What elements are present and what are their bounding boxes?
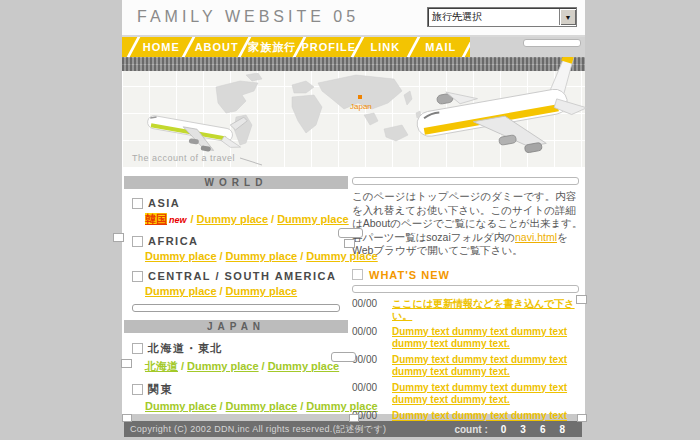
group-label-row: 関東	[132, 382, 348, 397]
link-dummy-place[interactable]: Dummy place	[187, 360, 259, 372]
japan-group-hokkaido-tohoku: 北海道・東北 北海道/Dummy place/Dummy place	[132, 341, 348, 374]
news-date: 00/00	[352, 298, 392, 323]
edge-notch	[576, 295, 587, 304]
group-links: Dummy place/Dummy place/Dummy place	[145, 250, 348, 262]
decorative-input-bar	[132, 304, 340, 312]
square-bullet-icon	[132, 384, 143, 395]
group-label: 北海道・東北	[148, 341, 223, 356]
news-date: 00/00	[352, 326, 392, 351]
group-label: 関東	[148, 382, 173, 397]
world-section-header: WORLD	[124, 176, 348, 189]
square-bullet-icon	[352, 269, 363, 280]
japan-map-label: Japan	[350, 102, 372, 111]
link-separator: /	[217, 250, 226, 262]
group-label: AFRICA	[148, 235, 199, 247]
japan-group-kanto: 関東 Dummy place/Dummy place/Dummy place	[132, 382, 348, 412]
link-separator: /	[268, 213, 277, 225]
nav-right-spacer	[470, 37, 585, 57]
nav-item-link[interactable]: LINK	[359, 41, 411, 53]
link-separator: /	[297, 400, 306, 412]
world-group-africa: AFRICA Dummy place/Dummy place/Dummy pla…	[132, 235, 348, 262]
link-dummy-place[interactable]: Dummy place	[268, 360, 340, 372]
dropdown-arrow-icon[interactable]: ▼	[559, 9, 576, 25]
edge-notch	[349, 414, 359, 422]
world-group-central-south-america: CENTRAL / SOUTH AMERICA Dummy place/Dumm…	[132, 270, 348, 297]
news-item: 00/00 Dummy text dummy text dummy text d…	[352, 326, 583, 351]
link-separator: /	[178, 360, 187, 372]
large-airplane-icon	[411, 57, 589, 169]
link-korea[interactable]: 韓国	[145, 213, 167, 225]
main-content: WORLD ASIA 韓国new/Dummy place/Dummy place…	[122, 168, 585, 414]
edge-notch	[338, 228, 363, 238]
link-separator: /	[217, 400, 226, 412]
world-group-asia: ASIA 韓国new/Dummy place/Dummy place	[132, 197, 348, 227]
link-dummy-place[interactable]: Dummy place	[277, 213, 349, 225]
news-list: 00/00 ここには更新情報などを書き込んで下さい。 00/00 Dummy t…	[352, 298, 583, 435]
link-dummy-place[interactable]: Dummy place	[145, 285, 217, 297]
link-dummy-place[interactable]: Dummy place	[226, 250, 298, 262]
link-dummy-place[interactable]: Dummy place	[226, 285, 298, 297]
link-dummy-place[interactable]: Dummy place	[145, 250, 217, 262]
news-link[interactable]: Dummy text dummy text dummy text dummy t…	[392, 382, 583, 407]
whats-new-header: WHAT'S NEW	[352, 269, 583, 281]
edge-notch	[121, 359, 132, 368]
link-separator: /	[297, 250, 306, 262]
banner: Japan	[122, 71, 585, 168]
intro-paragraph: このページはトップページのダミーです。内容を入れ替えてお使い下さい。このサイトの…	[352, 190, 583, 258]
destinations-column: WORLD ASIA 韓国new/Dummy place/Dummy place…	[124, 168, 348, 440]
link-dummy-place[interactable]: Dummy place	[226, 400, 298, 412]
link-separator: /	[188, 213, 197, 225]
whats-new-title: WHAT'S NEW	[369, 269, 450, 281]
new-badge: new	[169, 215, 187, 225]
square-bullet-icon	[132, 343, 143, 354]
counter-digit: 8	[559, 424, 565, 435]
news-item: 00/00 Dummy text dummy text dummy text d…	[352, 354, 583, 379]
site-column: FAMILY WEBSITE 05 旅行先選択 ▼ HOME ABOUT 家族旅…	[122, 0, 585, 440]
nav-item-family-travel[interactable]: 家族旅行	[246, 40, 298, 55]
nav-item-profile[interactable]: PROFILE	[301, 41, 356, 53]
link-dummy-place[interactable]: Dummy place	[197, 213, 269, 225]
edge-notch	[113, 233, 124, 242]
link-separator: /	[259, 360, 268, 372]
visitor-counter: count : 0 3 6 8	[454, 424, 582, 435]
main-nav: HOME ABOUT 家族旅行 PROFILE LINK MAIL	[122, 37, 585, 57]
site-header: FAMILY WEBSITE 05 旅行先選択 ▼	[122, 0, 585, 37]
intro-text-1: このページはトップページのダミーです。内容を入れ替えてお使い下さい。このサイトの…	[352, 190, 582, 229]
edge-notch	[122, 414, 132, 422]
group-links: Dummy place/Dummy place	[145, 285, 348, 297]
edge-notch	[577, 414, 587, 422]
edge-notch	[331, 352, 356, 362]
square-bullet-icon	[132, 271, 143, 282]
destination-select[interactable]: 旅行先選択 ▼	[427, 7, 577, 27]
group-label: ASIA	[148, 197, 180, 209]
group-label-row: CENTRAL / SOUTH AMERICA	[132, 270, 348, 282]
footer-bar: Copyright (C) 2002 DDN,inc All rights re…	[124, 421, 582, 437]
decorative-pill-bar	[352, 285, 579, 293]
link-dummy-place[interactable]: Dummy place	[145, 400, 217, 412]
square-bullet-icon	[132, 236, 143, 247]
nav-item-mail[interactable]: MAIL	[415, 41, 467, 53]
intro-text-2: 各パーツ一覧はsozaiフォルダ内の	[352, 231, 515, 243]
news-link[interactable]: ここには更新情報などを書き込んで下さい。	[392, 298, 583, 323]
copyright-text: Copyright (C) 2002 DDN,inc All rights re…	[124, 423, 454, 436]
group-links: 韓国new/Dummy place/Dummy place	[145, 212, 348, 227]
japan-marker-icon	[358, 95, 362, 99]
decorative-pill-bar	[352, 177, 579, 185]
counter-label: count :	[454, 424, 487, 435]
navi-html-link[interactable]: navi.html	[515, 231, 557, 243]
group-links: Dummy place/Dummy place/Dummy place	[145, 400, 348, 412]
counter-digit: 6	[540, 424, 546, 435]
group-label-row: AFRICA	[132, 235, 348, 247]
news-link[interactable]: Dummy text dummy text dummy text dummy t…	[392, 354, 583, 379]
group-label-row: ASIA	[132, 197, 348, 209]
link-hokkaido[interactable]: 北海道	[145, 360, 178, 372]
banner-tagline: The account of a travel	[132, 153, 235, 163]
nav-item-about[interactable]: ABOUT	[190, 41, 242, 53]
japan-section-header: JAPAN	[124, 320, 348, 333]
nav-item-home[interactable]: HOME	[135, 41, 187, 53]
site-title: FAMILY WEBSITE 05	[137, 8, 359, 26]
edge-notch	[344, 239, 355, 248]
news-date: 00/00	[352, 354, 392, 379]
news-item: 00/00 Dummy text dummy text dummy text d…	[352, 382, 583, 407]
news-link[interactable]: Dummy text dummy text dummy text dummy t…	[392, 326, 583, 351]
